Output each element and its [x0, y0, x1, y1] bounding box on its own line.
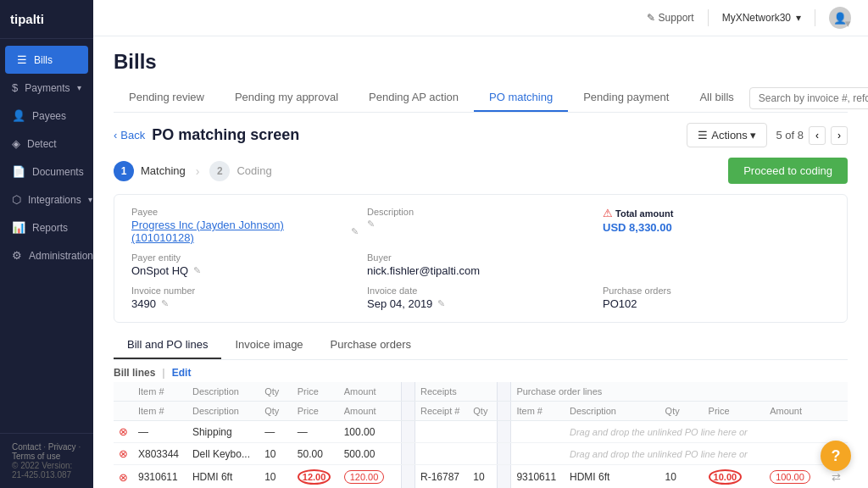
back-label: Back	[120, 129, 145, 141]
col-status	[114, 382, 133, 402]
privacy-link[interactable]: Privacy	[48, 442, 76, 452]
back-button[interactable]: ‹ Back	[114, 129, 145, 141]
sidebar: tipalti ☰ Bills $ Payments ▾ 👤 Payees ◈ …	[0, 0, 93, 488]
sync-icon[interactable]: ⇄	[832, 471, 841, 484]
total-amount-field: ⚠ Total amount USD 8,330.00 ▾	[603, 207, 830, 244]
help-button[interactable]: ?	[821, 441, 851, 471]
tab-purchase-orders[interactable]: Purchase orders	[317, 331, 425, 359]
circled-price: 12.00	[298, 469, 331, 485]
description-field: Description ✎	[367, 207, 594, 244]
prev-page-button[interactable]: ‹	[809, 126, 826, 145]
col-qty: Qty	[259, 382, 292, 402]
status-error-icon: ⊗	[119, 425, 128, 438]
chevron-down-icon: ▾	[796, 12, 801, 24]
tab-invoice-image[interactable]: Invoice image	[221, 331, 316, 359]
invoice-date-field: Invoice date Sep 04, 2019 ✎	[367, 286, 594, 310]
tab-pending-review[interactable]: Pending review	[114, 84, 220, 112]
topbar-divider2	[815, 9, 815, 26]
edit-bill-lines-link[interactable]: Edit	[172, 367, 192, 379]
content-area: Bills Pending review Pending my approval…	[93, 36, 868, 488]
bill-grid: Payee Progress Inc (Jayden Johnson) (101…	[131, 207, 830, 310]
step-2-circle: 2	[209, 161, 230, 181]
invoice-edit-icon[interactable]: ✎	[161, 298, 169, 309]
sidebar-item-label: Bills	[34, 54, 53, 66]
step-1: 1 Matching	[114, 161, 186, 181]
proceed-to-coding-button[interactable]: Proceed to coding	[728, 158, 848, 184]
sidebar-item-reports[interactable]: 📊 Reports	[0, 214, 93, 241]
buyer-field: Buyer nick.fishler@tipalti.com	[367, 252, 594, 277]
table-col-header-row: Item # Description Qty Price Amount Rece…	[114, 402, 848, 421]
page-title: Bills	[114, 50, 848, 74]
lines-table-container: Bill lines | Edit Item # Description Qty…	[114, 360, 848, 488]
back-chevron-icon: ‹	[114, 129, 117, 141]
payer-entity-edit-icon[interactable]: ✎	[193, 265, 201, 276]
main-content: ✎ Support MyXNetwork30 ▾ 👤 Bills Pending…	[93, 0, 868, 488]
page-header: Bills Pending review Pending my approval…	[93, 36, 868, 113]
sidebar-item-payees[interactable]: 👤 Payees	[0, 102, 93, 130]
sub-header-left: ‹ Back PO matching screen	[114, 126, 299, 144]
step-2: 2 Coding	[209, 161, 271, 181]
user-menu[interactable]: MyXNetwork30 ▾	[722, 12, 801, 24]
sidebar-item-detect[interactable]: ◈ Detect	[0, 130, 93, 158]
hamburger-icon: ☰	[698, 129, 708, 141]
payee-field: Payee Progress Inc (Jayden Johnson) (101…	[131, 207, 359, 244]
description-value: ✎	[367, 219, 594, 230]
inner-tabs: Bill and PO lines Invoice image Purchase…	[114, 331, 848, 360]
payer-entity-value: OnSpot HQ ✎	[131, 264, 359, 277]
step-2-label: Coding	[236, 164, 271, 177]
pagination: 5 of 8 ‹ ›	[776, 126, 848, 145]
col-item: Item #	[133, 382, 187, 402]
description-edit-icon[interactable]: ✎	[367, 219, 375, 230]
invoice-date-edit-icon[interactable]: ✎	[437, 298, 445, 309]
buyer-value: nick.fishler@tipalti.com	[367, 264, 594, 277]
terms-link[interactable]: Terms of use	[12, 452, 60, 461]
table-row: ⊗ X803344 Dell Keybo... 10 50.00 500.00 …	[114, 443, 848, 465]
sidebar-item-payments[interactable]: $ Payments ▾	[0, 74, 93, 102]
sidebar-item-label: Payees	[32, 110, 66, 122]
user-label: MyXNetwork30	[722, 12, 791, 24]
step-1-circle: 1	[114, 161, 134, 181]
topbar: ✎ Support MyXNetwork30 ▾ 👤	[93, 0, 868, 36]
col-po-lines: Purchase order lines	[511, 382, 848, 402]
tab-navigation: Pending review Pending my approval Pendi…	[114, 84, 749, 112]
invoice-number-value: 3490 ✎	[131, 297, 359, 310]
invoice-number-label: Invoice number	[131, 286, 359, 296]
payee-value: Progress Inc (Jayden Johnson) (101010128…	[131, 219, 359, 244]
payee-edit-icon[interactable]: ✎	[351, 226, 359, 237]
drag-drop-text: Drag and drop the unlinked PO line here …	[570, 427, 748, 437]
integrations-icon: ⬡	[12, 193, 21, 206]
purchase-orders-label: Purchase orders	[603, 286, 830, 296]
col-price: Price	[292, 382, 339, 402]
invoice-number-field: Invoice number 3490 ✎	[131, 286, 359, 310]
sidebar-item-label: Integrations	[28, 194, 81, 206]
sidebar-item-administration[interactable]: ⚙ Administration ▾	[0, 241, 93, 269]
po-circled-amount: 100.00	[770, 470, 810, 484]
payee-label: Payee	[131, 207, 359, 217]
col-description: Description	[187, 382, 259, 402]
actions-button[interactable]: ☰ Actions ▾	[687, 123, 767, 147]
tab-all-bills[interactable]: All bills	[684, 84, 748, 112]
sidebar-item-bills[interactable]: ☰ Bills	[5, 46, 88, 74]
table-section-header: Bill lines | Edit	[114, 360, 848, 382]
bills-icon: ☰	[17, 53, 27, 66]
sidebar-footer: Contact · Privacy · Terms of use © 2022 …	[0, 433, 93, 488]
search-input[interactable]	[749, 87, 868, 109]
next-page-button[interactable]: ›	[831, 126, 848, 145]
tab-po-matching[interactable]: PO matching	[474, 84, 568, 112]
step-1-label: Matching	[141, 164, 186, 177]
contact-link[interactable]: Contact	[12, 442, 41, 452]
tab-pending-ap-action[interactable]: Pending AP action	[353, 84, 474, 112]
version-text: © 2022 Version: 21-425.013.087	[12, 461, 81, 480]
sub-header-title: PO matching screen	[152, 126, 299, 144]
administration-icon: ⚙	[12, 249, 22, 262]
po-circled-price: 10.00	[709, 469, 743, 485]
tab-bill-po-lines[interactable]: Bill and PO lines	[114, 331, 221, 359]
total-amount-value: USD 8,330.00	[603, 221, 830, 234]
tab-pending-my-approval[interactable]: Pending my approval	[220, 84, 353, 112]
sidebar-item-documents[interactable]: 📄 Documents	[0, 158, 93, 186]
logo: tipalti	[0, 0, 93, 39]
tab-pending-payment[interactable]: Pending payment	[568, 84, 684, 112]
support-label[interactable]: Support	[659, 12, 694, 24]
sidebar-item-integrations[interactable]: ⬡ Integrations ▾	[0, 186, 93, 214]
purchase-orders-value: PO102	[603, 297, 830, 310]
